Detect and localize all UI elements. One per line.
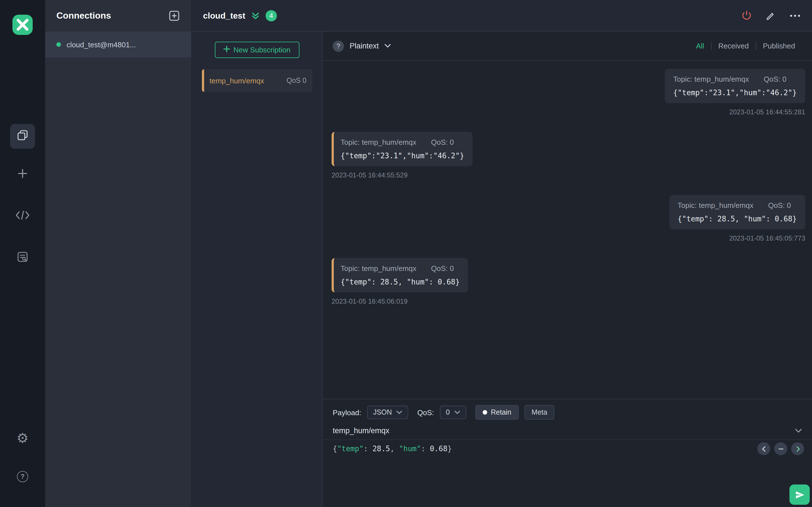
filter-all[interactable]: All [689,42,711,50]
publish-panel: Payload: JSON QoS: 0 Retain [322,399,812,507]
mqttx-app: ⚙ ? Connections cloud_test@m4801... clou… [0,0,812,507]
qos-select[interactable]: 0 [440,406,466,419]
chevron-down-icon[interactable] [385,44,391,48]
rail-script-button[interactable] [15,210,30,223]
collapse-subscriptions-button[interactable] [251,11,260,20]
rail-help-button[interactable]: ? [17,471,28,482]
payload-help-icon[interactable]: ? [333,40,344,52]
chevron-down-icon [795,429,802,433]
subscription-qos: QoS 0 [287,76,306,84]
message-filters: All Received Published [689,42,802,50]
subscription-topic: temp_hum/emqx [209,76,281,85]
arrow-right-icon [794,445,801,452]
message-card[interactable]: Topic: temp_hum/emqx QoS: 0 {"temp":"23.… [665,69,805,103]
history-navigation [757,442,804,455]
chevron-down-icon [396,411,402,414]
message-toolbar: ? Plaintext All Received Published [322,32,812,61]
editor-token: "temp" [337,445,364,453]
meta-button[interactable]: Meta [524,405,555,420]
new-subscription-button[interactable]: New Subscription [214,42,299,58]
payload-label: Payload: [333,408,361,416]
message-published[interactable]: Topic: temp_hum/emqx QoS: 0 {"temp": 28.… [669,195,805,242]
retain-label: Retain [491,408,511,416]
message-payload: {"temp": 28.5, "hum": 0.68} [341,278,460,286]
connected-status-dot [56,42,61,47]
plus-icon [16,167,29,182]
message-card[interactable]: Topic: temp_hum/emqx QoS: 0 {"temp":"23.… [332,132,472,166]
qos-value: 0 [446,408,450,416]
history-prev-button[interactable] [757,442,770,455]
message-topic: Topic: temp_hum/emqx [341,264,416,273]
minus-icon [777,445,784,452]
topic-input[interactable]: temp_hum/emqx [322,423,812,440]
arrow-left-icon [760,445,767,452]
mqttx-logo [11,13,34,38]
new-connection-button[interactable] [168,10,180,21]
connection-header: cloud_test 4 [192,0,812,32]
more-options-button[interactable] [790,14,801,17]
rail-connections-button[interactable] [10,124,35,149]
qos-label: QoS: [417,408,434,416]
help-icon: ? [17,471,28,482]
message-list[interactable]: Topic: temp_hum/emqx QoS: 0 {"temp":"23.… [322,61,812,399]
subscription-item[interactable]: temp_hum/emqx QoS 0 [202,69,312,92]
message-timestamp: 2023-01-05 16:45:06:019 [332,297,408,305]
send-button[interactable] [790,485,810,505]
message-card[interactable]: Topic: temp_hum/emqx QoS: 0 {"temp": 28.… [669,195,805,229]
message-topic: Topic: temp_hum/emqx [677,201,753,210]
plus-icon [223,46,230,54]
payload-format-value: JSON [373,408,392,416]
rail-new-connection-button[interactable] [16,167,29,182]
message-timestamp: 2023-01-05 16:44:55:529 [332,171,408,179]
filter-published[interactable]: Published [756,42,802,50]
message-pane: ? Plaintext All Received Published [322,32,812,507]
message-topic: Topic: temp_hum/emqx [341,138,416,147]
message-received[interactable]: Topic: temp_hum/emqx QoS: 0 {"temp": 28.… [332,258,468,305]
history-next-button[interactable] [791,442,804,455]
message-format-select[interactable]: Plaintext [350,42,379,50]
retain-toggle[interactable]: Retain [475,405,518,420]
filter-received[interactable]: Received [711,42,755,50]
connections-panel: Connections cloud_test@m4801... [45,0,192,507]
message-topic: Topic: temp_hum/emqx [673,75,749,83]
connections-icon [16,129,29,144]
subscription-count-badge: 4 [266,10,277,21]
chevron-down-icon [454,411,460,414]
payload-format-select[interactable]: JSON [367,406,408,419]
pencil-icon [766,10,776,20]
editor-token: : [364,445,372,453]
message-payload: {"temp": 28.5, "hum": 0.68} [677,215,797,223]
message-timestamp: 2023-01-05 16:44:55:281 [729,108,805,116]
editor-token: 0.68 [430,445,448,453]
rail-log-button[interactable] [16,251,29,265]
connection-list-item[interactable]: cloud_test@m4801... [45,32,191,57]
gear-icon: ⚙ [16,432,29,445]
topic-value: temp_hum/emqx [333,427,389,435]
plus-square-icon [168,10,180,21]
retain-dot-icon [483,410,487,414]
connections-title: Connections [56,11,111,21]
rail-settings-button[interactable]: ⚙ [16,432,29,445]
editor-token: { [333,445,337,453]
publish-options: Payload: JSON QoS: 0 Retain [322,399,812,423]
editor-token: "hum" [399,445,421,453]
connection-title: cloud_test [203,11,245,20]
log-icon [16,251,29,265]
editor-token: 28.5 [372,445,390,453]
left-rail: ⚙ ? [0,0,45,507]
payload-editor[interactable]: {"temp": 28.5, "hum": 0.68} [322,440,812,507]
power-icon [741,10,752,21]
edit-connection-button[interactable] [766,10,776,20]
message-card[interactable]: Topic: temp_hum/emqx QoS: 0 {"temp": 28.… [332,258,468,292]
connections-header: Connections [45,0,191,32]
history-clear-button[interactable] [774,442,787,455]
new-subscription-label: New Subscription [234,46,290,54]
editor-token: : [421,445,430,453]
message-received[interactable]: Topic: temp_hum/emqx QoS: 0 {"temp":"23.… [332,132,472,179]
double-chevron-down-icon [251,11,260,20]
disconnect-button[interactable] [741,10,752,21]
editor-token: } [448,445,452,453]
message-payload: {"temp":"23.1","hum":"46.2"} [673,89,797,97]
message-qos: QoS: 0 [764,75,786,83]
message-published[interactable]: Topic: temp_hum/emqx QoS: 0 {"temp":"23.… [665,69,805,116]
